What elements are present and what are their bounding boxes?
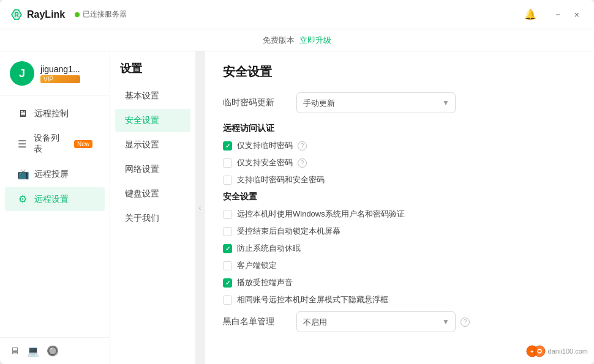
close-button[interactable]: × [570, 7, 584, 22]
nav-label-device-list: 设备列表 [34, 133, 66, 155]
password-update-label: 临时密码更新 [223, 97, 296, 108]
label-secure-only: 仅支持安全密码 [237, 157, 293, 168]
title-bar: R RayLink 已连接服务器 🔔 － × [0, 0, 594, 29]
minimize-button[interactable]: － [549, 7, 567, 23]
checkbox-prevent-sleep[interactable] [223, 244, 232, 253]
checkbox-row-lock-screen: 受控结束后自动锁定本机屏幕 [223, 226, 576, 237]
info-icon-secure-only[interactable]: ? [298, 158, 307, 168]
checkbox-both[interactable] [223, 176, 232, 185]
user-name: jiguang1... [40, 64, 80, 74]
title-bar-right: 🔔 － × [524, 7, 584, 23]
label-play-sound: 播放受控端声音 [237, 277, 293, 288]
bottom-icon-3[interactable]: 🔘 [47, 345, 59, 357]
checkbox-temp-only[interactable] [223, 141, 232, 150]
logo-text: RayLink [27, 9, 65, 20]
settings-page-title: 安全设置 [223, 64, 576, 80]
status-dot [75, 12, 80, 17]
window-controls: － × [549, 7, 584, 23]
checkbox-row-hide-float: 相同账号远控本机时全屏模式下隐藏悬浮框 [223, 294, 576, 305]
avatar: J [10, 61, 34, 86]
nav-label-remote-settings: 远程设置 [34, 194, 69, 205]
password-update-select-wrapper: 手动更新 自动更新 ▼ [296, 92, 456, 113]
sidebar-item-remote-control[interactable]: 🖥 远程控制 [5, 102, 105, 125]
nav-label-remote-control: 远程控制 [34, 108, 69, 119]
blacklist-row: 黑白名单管理 不启用 黑名单 白名单 ▼ ? [223, 311, 576, 332]
label-lock-screen: 受控结束后自动锁定本机屏幕 [237, 226, 340, 237]
checkbox-row-secure-only: 仅支持安全密码 ? [223, 157, 576, 168]
nav-label-remote-screen: 远程投屏 [34, 169, 69, 180]
connection-status: 已连接服务器 [75, 9, 127, 20]
info-icon-temp-only[interactable]: ? [298, 141, 307, 150]
blacklist-label: 黑白名单管理 [223, 316, 296, 327]
settings-nav-about[interactable]: 关于我们 [115, 207, 190, 230]
settings-nav-title: 设置 [110, 61, 195, 83]
checkbox-windows-auth[interactable] [223, 210, 232, 219]
watermark-site: danii100.com [548, 347, 588, 355]
svg-point-4 [534, 346, 545, 357]
checkbox-row-windows-auth: 远控本机时使用Windows系统用户名和密码验证 [223, 209, 576, 220]
settings-content: 安全设置 临时密码更新 手动更新 自动更新 ▼ 远程访问认证 [205, 51, 594, 364]
remote-access-title: 远程访问认证 [223, 123, 576, 134]
checkbox-hide-float[interactable] [223, 295, 232, 305]
logo: R RayLink [10, 8, 65, 21]
settings-nav: 设置 基本设置 安全设置 显示设置 网络设置 键盘设置 关于我们 [110, 51, 196, 364]
raylink-logo-icon: R [10, 8, 23, 21]
screen-icon: 📺 [17, 168, 28, 180]
new-badge: New [74, 140, 92, 148]
list-icon: ☰ [17, 138, 28, 150]
checkbox-secure-only[interactable] [223, 158, 232, 168]
sidebar-item-remote-settings[interactable]: ⚙ 远程设置 [5, 187, 105, 211]
settings-nav-basic[interactable]: 基本设置 [115, 84, 190, 108]
checkbox-play-sound[interactable] [223, 278, 232, 288]
user-name-wrap: jiguang1... VIP [40, 64, 80, 83]
sidebar-bottom: 🖥 💻 🔘 [0, 337, 110, 364]
watermark-logo: + [526, 344, 546, 358]
collapse-handle[interactable]: ‹ [196, 51, 205, 364]
password-update-select[interactable]: 手动更新 自动更新 [296, 92, 456, 113]
checkbox-row-play-sound: 播放受控端声音 [223, 277, 576, 288]
checkbox-lock-screen[interactable] [223, 227, 232, 236]
checkbox-client-lock[interactable] [223, 261, 232, 270]
nav-items: 🖥 远程控制 ☰ 设备列表 New 📺 远程投屏 ⚙ 远程设置 [0, 96, 110, 337]
connection-label: 已连接服务器 [83, 9, 127, 20]
remote-access-section: 远程访问认证 仅支持临时密码 ? 仅支持安全密码 ? [223, 123, 576, 185]
label-prevent-sleep: 防止系统自动休眠 [237, 243, 301, 254]
checkbox-row-prevent-sleep: 防止系统自动休眠 [223, 243, 576, 254]
checkbox-row-both: 支持临时密码和安全密码 [223, 174, 576, 185]
info-icon-blacklist[interactable]: ? [461, 318, 470, 327]
label-windows-auth: 远控本机时使用Windows系统用户名和密码验证 [237, 209, 405, 220]
watermark: + danii100.com [526, 344, 588, 358]
bottom-icon-2[interactable]: 💻 [27, 345, 39, 357]
security-settings-section: 安全设置 远控本机时使用Windows系统用户名和密码验证 受控结束后自动锁定本… [223, 191, 576, 305]
banner-free-text: 免费版本 [263, 35, 295, 46]
sidebar-item-device-list[interactable]: ☰ 设备列表 New [5, 127, 105, 161]
svg-text:R: R [14, 12, 19, 18]
top-banner: 免费版本 立即升级 [0, 29, 594, 51]
label-temp-only: 仅支持临时密码 [237, 140, 293, 151]
bell-icon[interactable]: 🔔 [524, 9, 536, 20]
sidebar-item-remote-screen[interactable]: 📺 远程投屏 [5, 162, 105, 186]
sidebar: J jiguang1... VIP 🖥 远程控制 ☰ 设备列表 New [0, 51, 110, 364]
settings-nav-keyboard[interactable]: 键盘设置 [115, 182, 190, 206]
checkbox-row-temp-only: 仅支持临时密码 ? [223, 140, 576, 151]
main-content: J jiguang1... VIP 🖥 远程控制 ☰ 设备列表 New [0, 51, 594, 364]
gear-icon: ⚙ [17, 193, 28, 205]
bottom-icon-1[interactable]: 🖥 [10, 346, 20, 357]
monitor-icon: 🖥 [17, 108, 28, 119]
svg-text:+: + [530, 349, 533, 355]
label-hide-float: 相同账号远控本机时全屏模式下隐藏悬浮框 [237, 294, 388, 305]
settings-nav-display[interactable]: 显示设置 [115, 133, 190, 157]
security-section-title: 安全设置 [223, 191, 576, 202]
blacklist-select[interactable]: 不启用 黑名单 白名单 [296, 311, 456, 332]
label-client-lock: 客户端锁定 [237, 260, 277, 271]
app-window: R RayLink 已连接服务器 🔔 － × 免费版本 立即升级 J [0, 0, 594, 364]
blacklist-select-wrapper: 不启用 黑名单 白名单 ▼ [296, 311, 456, 332]
user-info: J jiguang1... VIP [0, 51, 110, 96]
password-update-row: 临时密码更新 手动更新 自动更新 ▼ [223, 92, 576, 113]
upgrade-link[interactable]: 立即升级 [299, 35, 331, 46]
checkbox-row-client-lock: 客户端锁定 [223, 260, 576, 271]
settings-nav-network[interactable]: 网络设置 [115, 158, 190, 181]
vip-badge: VIP [40, 75, 80, 83]
label-both: 支持临时密码和安全密码 [237, 174, 325, 185]
settings-nav-security[interactable]: 安全设置 [115, 109, 190, 132]
